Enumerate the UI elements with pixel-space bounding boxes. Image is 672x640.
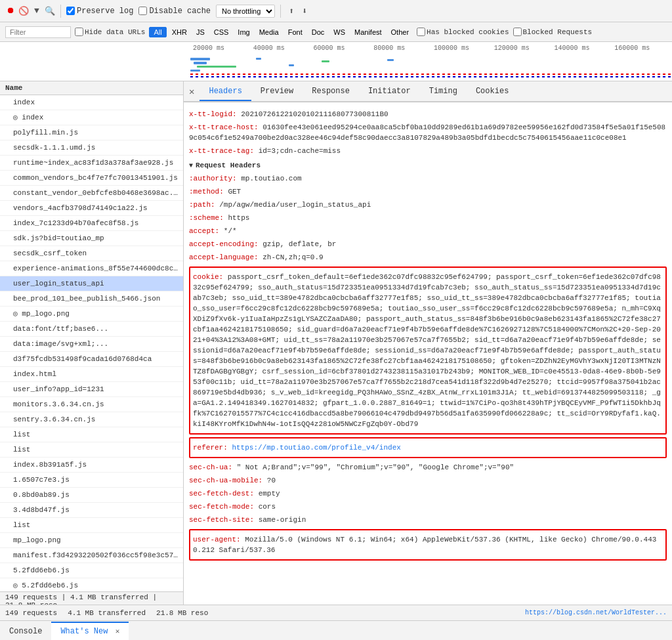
filter-btn-font[interactable]: Font — [284, 27, 306, 37]
request-item[interactable]: bee_prod_101_bee_publish_5466.json — [0, 291, 183, 307]
status-transferred: 4.1 MB transferred — [68, 609, 146, 617]
filter-btn-ws[interactable]: WS — [329, 27, 349, 37]
has-blocked-checkbox[interactable] — [417, 28, 425, 36]
request-item[interactable]: runtime~index_ac83f1d3a378af3ae928.js — [0, 156, 183, 171]
request-item[interactable]: polyfill.min.js — [0, 125, 183, 140]
url-hint: https://blog.csdn.net/WorldTester... — [525, 609, 667, 616]
filter-type-buttons: All XHR JS CSS Img Media Font Doc WS Man… — [149, 27, 413, 37]
upload-icon[interactable]: ⬆ — [286, 6, 297, 16]
filter-btn-xhr[interactable]: XHR — [168, 27, 191, 37]
request-item[interactable]: 5.2fdd6eb6.js — [0, 563, 183, 578]
status-bar: 149 requests 4.1 MB transferred 21.8 MB … — [0, 605, 672, 620]
has-blocked-group: Has blocked cookies — [417, 28, 509, 36]
bottom-tab-close[interactable]: ✕ — [116, 628, 120, 635]
download-icon[interactable]: ⬇ — [299, 6, 310, 16]
request-item[interactable]: mp_logo.png — [0, 533, 183, 548]
request-item[interactable]: ◎ mp_logo.png — [0, 307, 183, 322]
filter-btn-media[interactable]: Media — [255, 27, 283, 37]
request-item[interactable]: data:image/svg+xml;... — [0, 337, 183, 352]
disable-cache-checkbox[interactable] — [138, 7, 147, 15]
request-item[interactable]: sentry.3.6.34.cn.js — [0, 412, 183, 427]
header-row-logid: x-tt-logid: 2021072612210201021116807730… — [189, 108, 667, 121]
request-item[interactable]: index — [0, 95, 183, 110]
detail-tabs: ✕ Headers Preview Response Initiator Tim… — [184, 81, 672, 102]
header-sec-ch-ua: sec-ch-ua: " Not A;Brand";v="99", "Chrom… — [189, 461, 667, 474]
request-item[interactable]: 3.4d8bd47f.js — [0, 503, 183, 518]
hide-data-urls-checkbox[interactable] — [75, 28, 83, 36]
close-button[interactable]: ✕ — [184, 86, 200, 97]
request-item[interactable]: experience-animations_8f55e744600dc8c5b9… — [0, 261, 183, 276]
request-item[interactable]: secsdk_csrf_token — [0, 246, 183, 261]
header-accept-encoding: accept-encoding: gzip, deflate, br — [189, 238, 667, 251]
request-item[interactable]: list — [0, 518, 183, 533]
toolbar: ⏺ 🚫 ▼ 🔍 Preserve log Disable cache No th… — [0, 0, 672, 22]
request-item[interactable]: data:font/ttf;base6... — [0, 322, 183, 337]
tab-timing[interactable]: Timing — [420, 83, 467, 101]
request-item[interactable]: sdk.js?bid=toutiao_mp — [0, 231, 183, 246]
filter-btn-other[interactable]: Other — [387, 27, 413, 37]
filter-input[interactable] — [5, 26, 71, 38]
record-icon[interactable]: ⏺ — [5, 6, 16, 16]
main-area: Name index◎ indexpolyfill.min.jssecsdk-1… — [0, 81, 672, 605]
clear-icon[interactable]: 🚫 — [18, 6, 29, 16]
request-list: Name index◎ indexpolyfill.min.jssecsdk-1… — [0, 81, 184, 605]
filter-btn-js[interactable]: JS — [192, 27, 209, 37]
bottom-tab-whats-new[interactable]: What's New ✕ — [51, 622, 129, 640]
header-accept-language: accept-language: zh-CN,zh;q=0.9 — [189, 251, 667, 264]
request-item[interactable]: user_info?app_id=1231 — [0, 382, 183, 397]
filter-btn-doc[interactable]: Doc — [308, 27, 329, 37]
request-item[interactable]: manifest.f3d4293220502f036cc5f98e3c576b9… — [0, 548, 183, 563]
toolbar-icons: ⏺ 🚫 ▼ 🔍 — [5, 6, 55, 16]
header-row-trace-tag: x-tt-trace-tag: id=3;cdn-cache=miss — [189, 144, 667, 158]
request-item[interactable]: list — [0, 427, 183, 442]
request-item[interactable]: index.8b391a5f.js — [0, 458, 183, 473]
request-item[interactable]: 0.8bd0ab89.js — [0, 488, 183, 503]
request-item[interactable]: ◎ index — [0, 110, 183, 125]
header-sec-fetch-site: sec-fetch-site: same-origin — [189, 513, 667, 526]
filter-btn-css[interactable]: CSS — [210, 27, 233, 37]
tl-label-8: 160000 ms — [612, 45, 672, 52]
status-requests: 149 requests — [5, 609, 57, 617]
request-item[interactable]: user_login_status_api — [0, 276, 183, 291]
request-item[interactable]: monitors.3.6.34.cn.js — [0, 397, 183, 412]
timeline-labels: 20000 ms 40000 ms 60000 ms 80000 ms 1000… — [190, 45, 672, 52]
request-item[interactable]: secsdk-1.1.1.umd.js — [0, 140, 183, 156]
tab-cookies[interactable]: Cookies — [467, 83, 518, 101]
tab-headers[interactable]: Headers — [200, 83, 251, 101]
disable-cache-group: Disable cache — [138, 7, 211, 16]
request-item[interactable]: vendors_4acfb3798d74149c1a22.js — [0, 201, 183, 216]
request-item[interactable]: common_vendors_bc4f7e7fc70013451901.js — [0, 171, 183, 186]
request-item[interactable]: d3f75fcdb531498f9cada16d0768d4ca — [0, 352, 183, 367]
filter-btn-all[interactable]: All — [149, 27, 166, 37]
blocked-requests-group: Blocked Requests — [513, 28, 593, 36]
request-item[interactable]: index.html — [0, 367, 183, 382]
filter-btn-manifest[interactable]: Manifest — [350, 27, 386, 37]
request-item[interactable]: list — [0, 442, 183, 458]
preserve-log-checkbox[interactable] — [66, 7, 75, 15]
bottom-tabs: Console What's New ✕ — [0, 620, 672, 640]
throttle-select[interactable]: No throttling — [216, 5, 275, 18]
filter-icon[interactable]: ▼ — [32, 6, 42, 16]
preserve-log-label: Preserve log — [77, 7, 133, 16]
tl-label-1: 20000 ms — [190, 45, 251, 52]
tab-preview[interactable]: Preview — [251, 83, 303, 101]
blocked-requests-checkbox[interactable] — [513, 28, 522, 36]
tab-response[interactable]: Response — [303, 83, 359, 101]
hide-data-urls-group: Hide data URLs — [75, 28, 145, 36]
bottom-tab-console[interactable]: Console — [0, 622, 51, 640]
header-path: :path: /mp/agw/media/user_login_status_a… — [189, 198, 667, 211]
request-item[interactable]: constant_vendor_0ebfcfe8b0468e3698ac.js — [0, 186, 183, 201]
request-item[interactable]: index_7c1233d94b70afec8f58.js — [0, 216, 183, 231]
cookie-highlight-section: cookie: passport_csrf_token_default=6ef1… — [189, 267, 667, 435]
name-col-label: Name — [5, 84, 22, 92]
detail-panel: ✕ Headers Preview Response Initiator Tim… — [184, 81, 672, 605]
filter-btn-img[interactable]: Img — [234, 27, 253, 37]
upload-icons: ⬆ ⬇ — [286, 6, 310, 16]
preserve-log-group: Preserve log — [66, 7, 133, 16]
search-icon[interactable]: 🔍 — [45, 6, 55, 16]
tab-initiator[interactable]: Initiator — [359, 83, 420, 101]
request-item[interactable]: 1.6507c7e3.js — [0, 473, 183, 488]
blocked-requests-label: Blocked Requests — [523, 28, 593, 36]
request-headers-title: ▼ Request Headers — [189, 161, 667, 169]
waterfall-chart — [190, 55, 672, 80]
